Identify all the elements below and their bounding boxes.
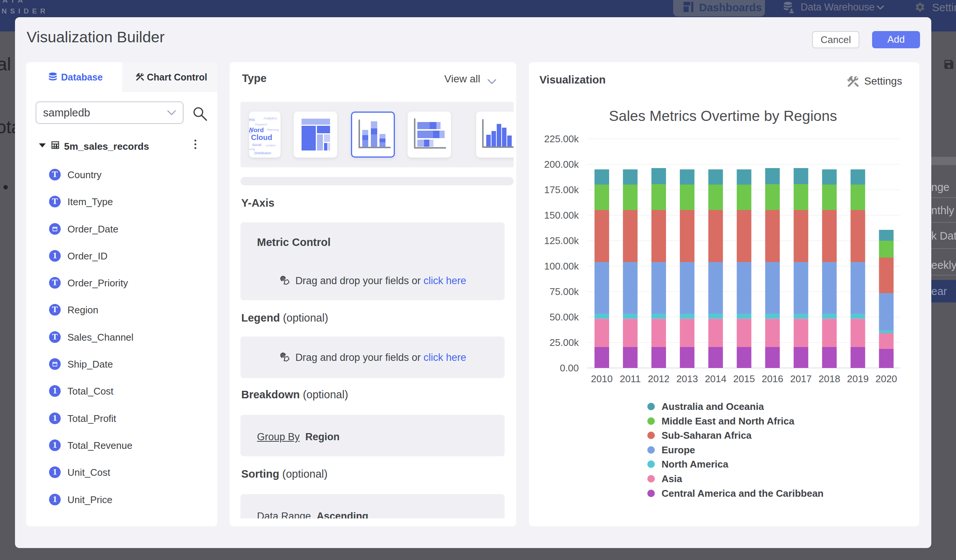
svg-text:2017: 2017 bbox=[790, 373, 812, 384]
svg-text:Sub-Saharan Africa: Sub-Saharan Africa bbox=[662, 430, 752, 441]
svg-text:75.00k: 75.00k bbox=[550, 286, 579, 297]
svg-text:Asia: Asia bbox=[662, 473, 682, 485]
svg-text:2020: 2020 bbox=[876, 373, 897, 384]
svg-text:2013: 2013 bbox=[676, 373, 698, 384]
svg-text:North America: North America bbox=[662, 458, 729, 470]
svg-text:50.00k: 50.00k bbox=[550, 311, 579, 323]
svg-text:2011: 2011 bbox=[620, 373, 641, 384]
svg-text:Australia and Oceania: Australia and Oceania bbox=[662, 401, 764, 412]
svg-text:25.00k: 25.00k bbox=[550, 337, 579, 348]
svg-text:0.00: 0.00 bbox=[560, 362, 579, 373]
svg-text:125.00k: 125.00k bbox=[544, 235, 579, 246]
svg-text:175.00k: 175.00k bbox=[544, 184, 579, 195]
svg-text:150.00k: 150.00k bbox=[544, 210, 579, 221]
svg-text:2016: 2016 bbox=[762, 373, 783, 384]
svg-text:2012: 2012 bbox=[648, 373, 670, 384]
svg-text:225.00k: 225.00k bbox=[544, 133, 579, 144]
svg-text:Middle East and North Africa: Middle East and North Africa bbox=[662, 416, 794, 427]
svg-text:Europe: Europe bbox=[662, 444, 695, 456]
svg-text:2015: 2015 bbox=[733, 373, 755, 384]
svg-text:Sales Metrics Overtime by Regi: Sales Metrics Overtime by Regions bbox=[609, 108, 837, 124]
svg-text:2010: 2010 bbox=[591, 373, 613, 384]
svg-text:Central America and the Caribb: Central America and the Caribbean bbox=[662, 488, 824, 499]
svg-text:100.00k: 100.00k bbox=[544, 260, 579, 272]
svg-text:2019: 2019 bbox=[847, 373, 869, 384]
svg-text:2014: 2014 bbox=[704, 373, 726, 384]
svg-text:2018: 2018 bbox=[819, 373, 840, 384]
svg-text:200.00k: 200.00k bbox=[544, 159, 579, 170]
